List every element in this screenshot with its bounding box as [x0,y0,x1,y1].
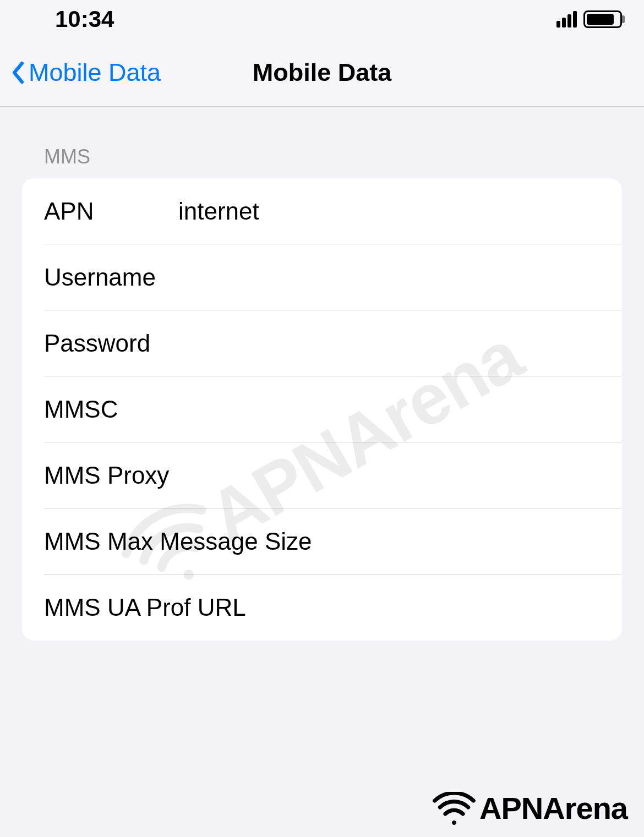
cellular-signal-icon [556,11,577,28]
wifi-icon [432,792,476,825]
row-label: MMSC [44,396,178,423]
content: MMS APN internet Username Password MMSC … [0,107,644,641]
page-title: Mobile Data [253,58,392,87]
row-label: Password [44,330,178,357]
status-icons [556,10,622,28]
row-label: APN [44,198,178,225]
back-label: Mobile Data [29,58,161,87]
status-bar: 10:34 [0,0,644,39]
chevron-left-icon [11,61,24,84]
row-label: MMS UA Prof URL [44,594,246,621]
status-time: 10:34 [55,6,114,32]
row-label: MMS Max Message Size [44,528,312,555]
row-username[interactable]: Username [22,244,622,310]
row-value: internet [178,198,600,225]
row-mms-proxy[interactable]: MMS Proxy [22,442,622,508]
row-label: Username [44,264,178,291]
back-button[interactable]: Mobile Data [11,58,161,87]
row-mms-ua-prof-url[interactable]: MMS UA Prof URL [22,575,622,641]
row-password[interactable]: Password [22,310,622,376]
row-mms-max-message-size[interactable]: MMS Max Message Size [22,508,622,575]
battery-icon [583,10,622,28]
settings-group-mms: APN internet Username Password MMSC MMS … [22,178,622,641]
row-label: MMS Proxy [44,462,178,489]
navigation-bar: Mobile Data Mobile Data [0,39,644,107]
watermark-text: APNArena [479,790,627,826]
row-apn[interactable]: APN internet [22,178,622,244]
watermark-logo: APNArena [432,790,627,826]
section-header-mms: MMS [22,145,622,178]
row-mmsc[interactable]: MMSC [22,376,622,442]
